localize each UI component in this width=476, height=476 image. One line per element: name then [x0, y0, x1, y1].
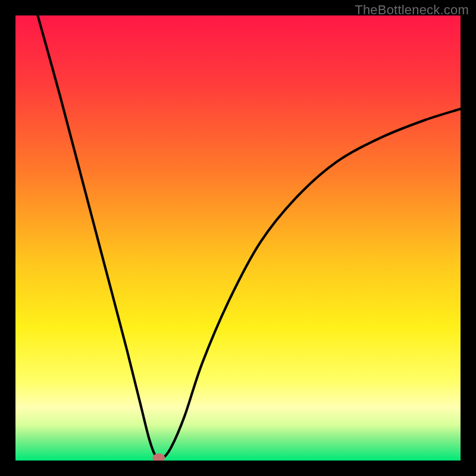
bottleneck-curve: [15, 15, 461, 461]
chart-frame: TheBottleneck.com: [0, 0, 476, 476]
plot-area: [15, 15, 461, 461]
watermark-text: TheBottleneck.com: [355, 2, 469, 18]
